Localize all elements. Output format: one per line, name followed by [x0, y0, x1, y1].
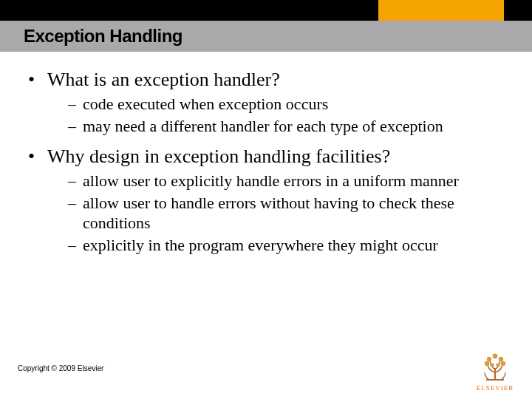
bullet-list: What is an exception handler? code execu…: [28, 66, 501, 255]
title-bar: Exception Handling: [0, 21, 532, 52]
sub-bullet-list: allow user to explicitly handle errors i…: [68, 171, 501, 255]
sub-bullet-item: explicitly in the program everywhere the…: [68, 235, 501, 256]
publisher-logo: ELSEVIER: [471, 350, 519, 392]
sub-bullet-item: allow user to handle errors without havi…: [68, 193, 501, 233]
bullet-text: Why design in exception handling facilit…: [47, 146, 390, 167]
logo-caption: ELSEVIER: [471, 384, 519, 392]
bullet-item: Why design in exception handling facilit…: [28, 143, 501, 255]
svg-point-7: [496, 363, 499, 366]
sub-bullet-text: explicitly in the program everywhere the…: [83, 236, 438, 254]
svg-point-6: [490, 363, 494, 366]
svg-point-5: [493, 354, 498, 359]
sub-bullet-item: code executed when exception occurs: [68, 94, 501, 115]
sub-bullet-list: code executed when exception occurs may …: [68, 94, 501, 136]
header-orange-accent: [378, 0, 504, 21]
elsevier-tree-icon: [479, 350, 511, 383]
slide-title: Exception Handling: [0, 26, 183, 47]
sub-bullet-text: code executed when exception occurs: [83, 95, 328, 113]
sub-bullet-item: may need a different handler for each ty…: [68, 116, 501, 137]
bullet-text: What is an exception handler?: [47, 69, 280, 90]
svg-point-2: [501, 361, 505, 366]
content-area: What is an exception handler? code execu…: [28, 66, 501, 262]
bullet-item: What is an exception handler? code execu…: [28, 66, 501, 136]
copyright-text: Copyright © 2009 Elsevier: [18, 364, 103, 372]
svg-point-1: [485, 361, 489, 366]
svg-point-4: [499, 357, 503, 361]
sub-bullet-text: may need a different handler for each ty…: [83, 117, 443, 135]
sub-bullet-text: allow user to handle errors without havi…: [83, 194, 454, 233]
svg-point-3: [487, 357, 491, 361]
sub-bullet-text: allow user to explicitly handle errors i…: [83, 171, 459, 190]
sub-bullet-item: allow user to explicitly handle errors i…: [68, 171, 501, 191]
